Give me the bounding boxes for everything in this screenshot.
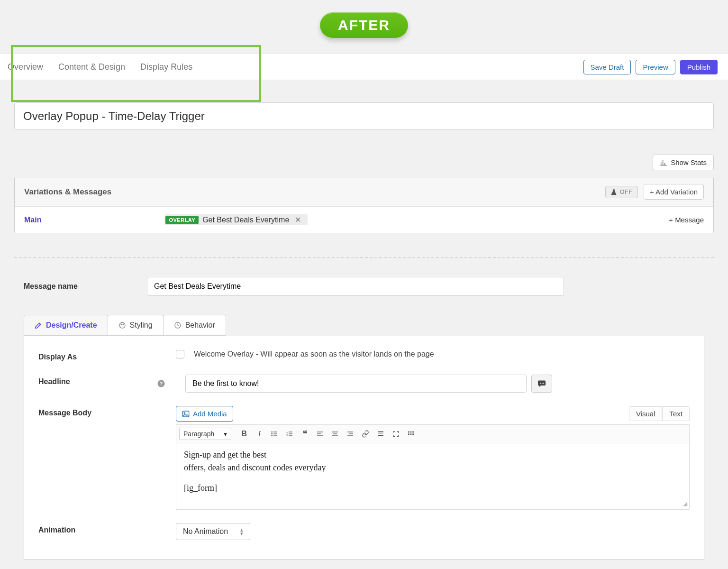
svg-rect-32: [378, 431, 383, 432]
svg-text:3: 3: [287, 434, 288, 437]
svg-rect-27: [333, 433, 337, 434]
message-chip[interactable]: OVERLAY Get Best Deals Everytime ✕: [164, 214, 308, 225]
topbar: Overview Content & Design Display Rules …: [0, 54, 728, 80]
add-variation-label: Add Variation: [655, 188, 698, 196]
ol-button[interactable]: 123: [282, 427, 297, 441]
after-badge: AFTER: [320, 12, 408, 38]
editor-tab-text[interactable]: Text: [662, 406, 690, 421]
campaign-title-input[interactable]: [14, 102, 714, 130]
more-button[interactable]: [373, 427, 388, 441]
save-draft-button[interactable]: Save Draft: [583, 60, 631, 74]
svg-point-7: [542, 383, 543, 384]
animation-label: Animation: [38, 523, 176, 534]
palette-icon: [118, 321, 126, 329]
svg-point-2: [123, 324, 124, 325]
svg-rect-22: [289, 435, 292, 436]
plus-icon: +: [669, 216, 675, 224]
paragraph-dropdown[interactable]: Paragraph ▾: [179, 428, 231, 440]
svg-rect-34: [378, 435, 383, 436]
align-center-button[interactable]: [328, 427, 342, 441]
add-variation-button[interactable]: + Add Variation: [644, 184, 704, 200]
svg-text:?: ?: [160, 381, 163, 386]
tab-styling-label: Styling: [130, 321, 153, 330]
align-right-button[interactable]: [343, 427, 357, 441]
svg-rect-30: [349, 433, 353, 434]
add-media-button[interactable]: Add Media: [176, 406, 233, 422]
main-tabs: Overview Content & Design Display Rules: [0, 54, 200, 80]
svg-rect-23: [317, 431, 323, 432]
headline-input[interactable]: [185, 375, 527, 393]
svg-rect-25: [317, 435, 323, 436]
clock-icon: [174, 321, 182, 329]
svg-point-9: [184, 412, 185, 413]
svg-point-12: [272, 433, 273, 435]
chat-icon: [537, 380, 546, 387]
overlay-tag: OVERLAY: [165, 216, 199, 224]
tab-styling[interactable]: Styling: [108, 315, 164, 336]
tab-design-create[interactable]: Design/Create: [24, 315, 108, 336]
svg-point-0: [119, 322, 125, 328]
tab-content-design[interactable]: Content & Design: [51, 54, 133, 80]
svg-point-1: [121, 324, 122, 325]
body-line-2: offers, deals and discount codes everyda…: [184, 463, 682, 473]
tab-display-rules[interactable]: Display Rules: [133, 54, 200, 80]
svg-rect-33: [378, 433, 383, 434]
paragraph-label: Paragraph: [183, 430, 214, 438]
svg-rect-24: [317, 433, 321, 434]
bar-chart-icon: [660, 159, 667, 166]
svg-rect-20: [289, 431, 292, 432]
caret-down-icon: ▾: [224, 430, 227, 438]
editor-body[interactable]: Sign-up and get the best offers, deals a…: [176, 443, 690, 510]
svg-point-6: [540, 383, 541, 384]
design-panel: Display As Welcome Overlay - Will appear…: [24, 336, 704, 560]
ab-test-toggle[interactable]: OFF: [605, 186, 638, 198]
media-icon: [182, 410, 190, 418]
svg-rect-40: [413, 433, 414, 435]
divider: [14, 257, 714, 258]
resize-handle-icon[interactable]: ◢: [683, 500, 687, 507]
svg-point-13: [272, 435, 273, 437]
svg-rect-37: [413, 431, 414, 433]
emoji-button[interactable]: [531, 375, 552, 393]
display-as-label: Display As: [38, 350, 176, 361]
headline-label: Headline: [38, 375, 176, 386]
svg-rect-15: [273, 433, 277, 434]
add-message-label: Message: [675, 216, 704, 224]
preview-button[interactable]: Preview: [636, 60, 675, 74]
editor-toolbar: Paragraph ▾ B I 123 ❝: [176, 424, 690, 443]
italic-button[interactable]: I: [252, 427, 266, 441]
link-button[interactable]: [358, 427, 373, 441]
tab-behavior[interactable]: Behavior: [163, 315, 226, 336]
svg-rect-16: [273, 435, 277, 436]
message-name-input[interactable]: [147, 277, 564, 296]
flask-icon: [610, 189, 617, 195]
off-label: OFF: [620, 189, 633, 195]
svg-rect-38: [408, 433, 410, 435]
quote-button[interactable]: ❝: [298, 427, 312, 441]
add-media-label: Add Media: [193, 410, 227, 418]
animation-select[interactable]: No Animation ▴▾: [176, 523, 250, 540]
align-left-button[interactable]: [313, 427, 327, 441]
remove-message-icon[interactable]: ✕: [293, 215, 303, 224]
variations-heading: Variations & Messages: [24, 187, 111, 197]
toolbar-toggle-button[interactable]: [404, 427, 418, 441]
variation-main-link[interactable]: Main: [24, 216, 41, 224]
show-stats-button[interactable]: Show Stats: [653, 155, 714, 170]
tab-overview[interactable]: Overview: [0, 54, 51, 80]
publish-button[interactable]: Publish: [680, 60, 718, 74]
svg-rect-35: [408, 431, 410, 433]
top-actions: Save Draft Preview Publish: [583, 60, 718, 74]
fullscreen-button[interactable]: [389, 427, 403, 441]
tab-design-label: Design/Create: [46, 321, 97, 330]
tab-behavior-label: Behavior: [185, 321, 215, 330]
svg-rect-36: [410, 431, 412, 433]
bold-button[interactable]: B: [237, 427, 251, 441]
svg-rect-29: [347, 431, 353, 432]
welcome-overlay-checkbox[interactable]: [176, 350, 184, 358]
add-message-button[interactable]: + Message: [669, 216, 704, 224]
plus-icon: +: [650, 188, 655, 196]
editor-tab-visual[interactable]: Visual: [629, 406, 663, 421]
help-icon[interactable]: ?: [157, 379, 165, 388]
body-line-3: [ig_form]: [184, 483, 682, 493]
ul-button[interactable]: [267, 427, 282, 441]
